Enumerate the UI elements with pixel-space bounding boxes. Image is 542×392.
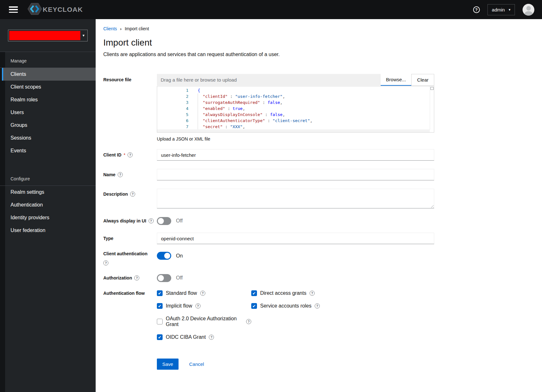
authorization-toggle[interactable] bbox=[157, 274, 171, 282]
checkbox-label: Service accounts roles bbox=[260, 303, 311, 309]
type-input[interactable] bbox=[157, 233, 434, 244]
code-editor-lines: 1{2 "clientId" : "user-info-fetcher",3 "… bbox=[157, 86, 434, 130]
line-number: 6 bbox=[157, 118, 192, 124]
import-client-form: Resource file Browse... Clear 1{2 "clien… bbox=[103, 74, 434, 370]
authentication-flow-label: Authentication flow bbox=[103, 291, 157, 296]
sidebar-item-realm-roles[interactable]: Realm roles bbox=[0, 93, 96, 106]
sidebar-item-user-federation[interactable]: User federation bbox=[0, 224, 96, 237]
client-id-row: Client ID * ? bbox=[103, 149, 434, 161]
clear-button[interactable]: Clear bbox=[411, 74, 434, 86]
sidebar-item-authentication[interactable]: Authentication bbox=[0, 199, 96, 211]
code-line: 7 "secret" : "XXX", bbox=[157, 124, 434, 130]
help-icon[interactable]: ? bbox=[195, 303, 201, 309]
resource-file-label: Resource file bbox=[103, 77, 157, 82]
code-editor[interactable]: 1{2 "clientId" : "user-info-fetcher",3 "… bbox=[157, 86, 434, 133]
breadcrumb-current: Import client bbox=[125, 26, 149, 31]
toggle-state-label: Off bbox=[176, 218, 183, 224]
checkbox-checked-icon[interactable]: ✔ bbox=[157, 334, 163, 340]
user-menu-dropdown[interactable]: admin ▾ bbox=[487, 4, 515, 15]
checkbox-checked-icon[interactable]: ✔ bbox=[251, 290, 257, 296]
main-content: Clients › Import client Import client Cl… bbox=[96, 19, 542, 392]
client-id-label: Client ID * ? bbox=[103, 152, 157, 157]
help-icon[interactable]: ? bbox=[103, 260, 108, 265]
description-row: Description ? bbox=[103, 189, 434, 208]
help-icon[interactable]: ? bbox=[315, 303, 320, 309]
checkbox-row-standard-flow[interactable]: ✔Standard flow? bbox=[157, 290, 205, 296]
checkbox-row-implicit-flow[interactable]: ✔Implicit flow? bbox=[157, 303, 201, 309]
help-icon[interactable]: ? bbox=[128, 152, 133, 157]
hamburger-menu-icon[interactable] bbox=[9, 6, 18, 13]
checkbox-row-service-accounts-roles[interactable]: ✔Service accounts roles? bbox=[251, 303, 320, 309]
always-display-label: Always display in UI ? bbox=[103, 218, 157, 223]
browse-button[interactable]: Browse... bbox=[381, 74, 412, 86]
sidebar-item-users[interactable]: Users bbox=[0, 106, 96, 119]
checkbox-row-direct-access-grants[interactable]: ✔Direct access grants? bbox=[251, 290, 315, 296]
help-icon[interactable]: ? bbox=[149, 218, 154, 223]
code-line: 3 "surrogateAuthRequired" : false, bbox=[157, 99, 434, 105]
help-icon[interactable]: ? bbox=[200, 291, 205, 296]
breadcrumb-link-clients[interactable]: Clients bbox=[103, 26, 117, 31]
sidebar-item-events[interactable]: Events bbox=[0, 144, 96, 157]
cancel-link[interactable]: Cancel bbox=[189, 361, 204, 367]
avatar[interactable] bbox=[523, 4, 534, 16]
code-line: 6 "clientAuthenticatorType" : "client-se… bbox=[157, 118, 434, 124]
checkbox-unchecked-icon[interactable] bbox=[157, 319, 163, 324]
checkbox-row-oauth-2-0-device-authorization-grant[interactable]: OAuth 2.0 Device Authorization Grant? bbox=[157, 316, 251, 327]
help-icon[interactable]: ? bbox=[130, 192, 135, 197]
sidebar-item-sessions[interactable]: Sessions bbox=[0, 132, 96, 144]
auth-flow-grid: ✔Standard flow?✔Direct access grants?✔Im… bbox=[157, 290, 434, 340]
breadcrumb: Clients › Import client bbox=[103, 26, 542, 31]
code-line: 5 "alwaysDisplayInConsole" : false, bbox=[157, 112, 434, 118]
line-number: 2 bbox=[157, 93, 192, 99]
authentication-flow-row: Authentication flow ✔Standard flow?✔Dire… bbox=[103, 290, 434, 340]
name-label: Name ? bbox=[103, 172, 157, 177]
required-asterisk: * bbox=[124, 152, 125, 157]
checkbox-row-oidc-ciba-grant[interactable]: ✔OIDC CIBA Grant? bbox=[157, 334, 214, 340]
always-display-toggle[interactable] bbox=[157, 217, 171, 225]
help-icon[interactable]: ? bbox=[134, 275, 139, 280]
sidebar-item-clients[interactable]: Clients bbox=[2, 68, 96, 81]
nav-group-title: Configure bbox=[0, 174, 96, 186]
sidebar-item-realm-settings[interactable]: Realm settings bbox=[0, 186, 96, 199]
help-icon[interactable]: ? bbox=[118, 172, 123, 177]
chevron-down-icon: ▾ bbox=[80, 33, 87, 38]
form-actions: Save Cancel bbox=[157, 359, 434, 370]
line-number: 5 bbox=[157, 112, 192, 118]
client-id-input[interactable] bbox=[157, 149, 434, 161]
chevron-down-icon: ▾ bbox=[509, 8, 510, 12]
toggle-state-label: Off bbox=[176, 275, 183, 281]
line-number: 1 bbox=[157, 87, 192, 93]
file-dropzone-input[interactable] bbox=[157, 74, 381, 86]
sidebar-item-groups[interactable]: Groups bbox=[0, 119, 96, 132]
indent-guide bbox=[198, 93, 198, 130]
name-input[interactable] bbox=[157, 169, 434, 180]
help-icon[interactable]: ? bbox=[310, 291, 315, 296]
sidebar-item-client-scopes[interactable]: Client scopes bbox=[0, 81, 96, 93]
file-upload-bar: Browse... Clear bbox=[157, 74, 434, 86]
description-textarea[interactable] bbox=[157, 189, 434, 208]
checkbox-checked-icon[interactable]: ✔ bbox=[157, 303, 163, 309]
checkbox-checked-icon[interactable]: ✔ bbox=[157, 290, 163, 296]
code-line: 1{ bbox=[157, 87, 434, 93]
editor-vertical-scrollbar[interactable] bbox=[430, 86, 434, 130]
nav-group-manage: ManageClientsClient scopesRealm rolesUse… bbox=[0, 56, 96, 157]
checkbox-checked-icon[interactable]: ✔ bbox=[251, 303, 257, 309]
avatar-person-icon bbox=[526, 6, 531, 11]
checkbox-label: OIDC CIBA Grant bbox=[166, 334, 206, 340]
nav-group-configure: ConfigureRealm settingsAuthenticationIde… bbox=[0, 174, 96, 237]
client-authentication-toggle[interactable] bbox=[157, 252, 171, 260]
editor-scrollbar-slider[interactable] bbox=[430, 87, 434, 90]
line-number: 3 bbox=[157, 99, 192, 105]
help-icon[interactable]: ? bbox=[246, 319, 251, 324]
sidebar: ▾ ManageClientsClient scopesRealm rolesU… bbox=[0, 19, 96, 392]
help-icon[interactable]: ? bbox=[209, 335, 214, 340]
editor-horizontal-scrollbar[interactable] bbox=[157, 129, 430, 132]
top-bar: KEYCLOAK ? admin ▾ bbox=[0, 0, 542, 19]
help-icon[interactable]: ? bbox=[473, 6, 480, 13]
save-button[interactable]: Save bbox=[157, 359, 179, 370]
sidebar-item-identity-providers[interactable]: Identity providers bbox=[0, 211, 96, 224]
type-label: Type bbox=[103, 236, 157, 241]
realm-selector[interactable]: ▾ bbox=[8, 30, 88, 41]
page-subtitle: Clients are applications and services th… bbox=[103, 52, 542, 57]
always-display-row: Always display in UI ? Off bbox=[103, 215, 434, 226]
